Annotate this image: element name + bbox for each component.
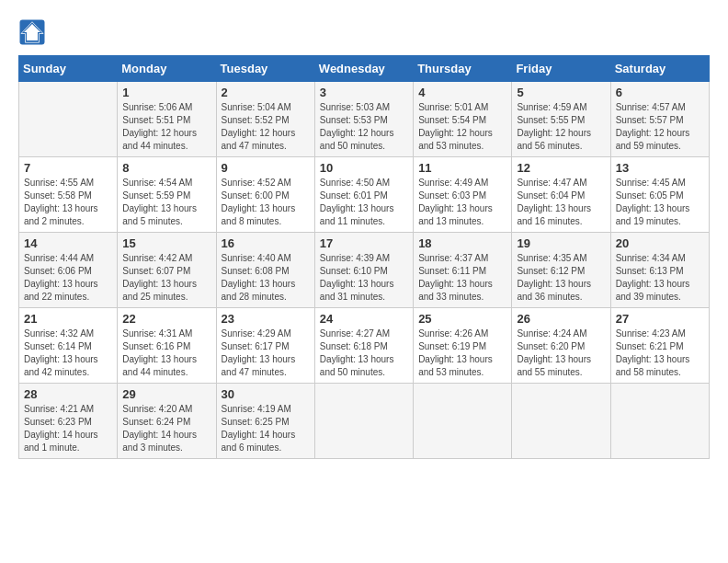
day-info: Sunrise: 4:42 AM Sunset: 6:07 PM Dayligh… bbox=[122, 252, 210, 304]
day-number: 23 bbox=[222, 312, 310, 326]
calendar-day-26: 26Sunrise: 4:24 AM Sunset: 6:20 PM Dayli… bbox=[512, 308, 610, 384]
calendar-body: 1Sunrise: 5:06 AM Sunset: 5:51 PM Daylig… bbox=[19, 82, 710, 459]
weekday-header-monday: Monday bbox=[118, 56, 216, 82]
day-number: 8 bbox=[122, 161, 210, 175]
day-info: Sunrise: 4:23 AM Sunset: 6:21 PM Dayligh… bbox=[616, 327, 704, 379]
day-info: Sunrise: 4:26 AM Sunset: 6:19 PM Dayligh… bbox=[418, 327, 506, 379]
day-number: 30 bbox=[222, 387, 310, 401]
calendar-day-1: 1Sunrise: 5:06 AM Sunset: 5:51 PM Daylig… bbox=[118, 82, 216, 157]
calendar-day-28: 28Sunrise: 4:21 AM Sunset: 6:23 PM Dayli… bbox=[19, 384, 118, 459]
day-info: Sunrise: 4:35 AM Sunset: 6:12 PM Dayligh… bbox=[517, 252, 605, 304]
day-info: Sunrise: 4:21 AM Sunset: 6:23 PM Dayligh… bbox=[24, 403, 112, 454]
weekday-header-tuesday: Tuesday bbox=[216, 56, 314, 82]
calendar-day-5: 5Sunrise: 4:59 AM Sunset: 5:55 PM Daylig… bbox=[512, 82, 610, 157]
day-number: 29 bbox=[122, 387, 210, 401]
day-number: 28 bbox=[24, 387, 112, 401]
day-info: Sunrise: 4:52 AM Sunset: 6:00 PM Dayligh… bbox=[222, 177, 310, 228]
calendar-day-25: 25Sunrise: 4:26 AM Sunset: 6:19 PM Dayli… bbox=[414, 308, 512, 384]
day-info: Sunrise: 5:04 AM Sunset: 5:52 PM Dayligh… bbox=[222, 101, 310, 153]
day-number: 1 bbox=[122, 86, 210, 99]
calendar-day-7: 7Sunrise: 4:55 AM Sunset: 5:58 PM Daylig… bbox=[19, 157, 118, 233]
calendar-header: SundayMondayTuesdayWednesdayThursdayFrid… bbox=[19, 56, 710, 82]
day-info: Sunrise: 4:47 AM Sunset: 6:04 PM Dayligh… bbox=[517, 177, 605, 228]
day-info: Sunrise: 5:03 AM Sunset: 5:53 PM Dayligh… bbox=[320, 101, 408, 153]
logo-icon bbox=[18, 18, 46, 46]
calendar-week-row: 1Sunrise: 5:06 AM Sunset: 5:51 PM Daylig… bbox=[19, 82, 710, 157]
weekday-header-saturday: Saturday bbox=[610, 56, 709, 82]
day-number: 24 bbox=[320, 312, 408, 326]
day-info: Sunrise: 4:50 AM Sunset: 6:01 PM Dayligh… bbox=[320, 177, 408, 228]
calendar-day-12: 12Sunrise: 4:47 AM Sunset: 6:04 PM Dayli… bbox=[512, 157, 610, 233]
calendar-day-17: 17Sunrise: 4:39 AM Sunset: 6:10 PM Dayli… bbox=[314, 233, 413, 308]
calendar-day-10: 10Sunrise: 4:50 AM Sunset: 6:01 PM Dayli… bbox=[314, 157, 413, 233]
page-header bbox=[18, 18, 710, 46]
day-number: 19 bbox=[517, 236, 605, 250]
day-info: Sunrise: 4:57 AM Sunset: 5:57 PM Dayligh… bbox=[616, 101, 704, 153]
weekday-header-thursday: Thursday bbox=[414, 56, 512, 82]
calendar-day-20: 20Sunrise: 4:34 AM Sunset: 6:13 PM Dayli… bbox=[610, 233, 709, 308]
calendar-table: SundayMondayTuesdayWednesdayThursdayFrid… bbox=[18, 55, 710, 459]
day-number: 5 bbox=[517, 86, 605, 99]
calendar-week-row: 14Sunrise: 4:44 AM Sunset: 6:06 PM Dayli… bbox=[19, 233, 710, 308]
day-number: 15 bbox=[122, 236, 210, 250]
calendar-day-4: 4Sunrise: 5:01 AM Sunset: 5:54 PM Daylig… bbox=[414, 82, 512, 157]
day-info: Sunrise: 4:34 AM Sunset: 6:13 PM Dayligh… bbox=[616, 252, 704, 304]
day-info: Sunrise: 4:29 AM Sunset: 6:17 PM Dayligh… bbox=[222, 327, 310, 379]
day-number: 21 bbox=[24, 312, 112, 326]
empty-cell bbox=[19, 82, 118, 157]
calendar-day-27: 27Sunrise: 4:23 AM Sunset: 6:21 PM Dayli… bbox=[610, 308, 709, 384]
day-number: 14 bbox=[24, 236, 112, 250]
calendar-week-row: 7Sunrise: 4:55 AM Sunset: 5:58 PM Daylig… bbox=[19, 157, 710, 233]
calendar-day-11: 11Sunrise: 4:49 AM Sunset: 6:03 PM Dayli… bbox=[414, 157, 512, 233]
empty-cell bbox=[414, 384, 512, 459]
day-number: 26 bbox=[517, 312, 605, 326]
day-number: 22 bbox=[122, 312, 210, 326]
calendar-day-16: 16Sunrise: 4:40 AM Sunset: 6:08 PM Dayli… bbox=[216, 233, 314, 308]
calendar-day-6: 6Sunrise: 4:57 AM Sunset: 5:57 PM Daylig… bbox=[610, 82, 709, 157]
day-info: Sunrise: 5:06 AM Sunset: 5:51 PM Dayligh… bbox=[122, 101, 210, 153]
day-info: Sunrise: 5:01 AM Sunset: 5:54 PM Dayligh… bbox=[418, 101, 506, 153]
calendar-day-23: 23Sunrise: 4:29 AM Sunset: 6:17 PM Dayli… bbox=[216, 308, 314, 384]
day-number: 12 bbox=[517, 161, 605, 175]
calendar-week-row: 28Sunrise: 4:21 AM Sunset: 6:23 PM Dayli… bbox=[19, 384, 710, 459]
calendar-day-2: 2Sunrise: 5:04 AM Sunset: 5:52 PM Daylig… bbox=[216, 82, 314, 157]
empty-cell bbox=[512, 384, 610, 459]
day-number: 4 bbox=[418, 86, 506, 99]
day-info: Sunrise: 4:20 AM Sunset: 6:24 PM Dayligh… bbox=[122, 403, 210, 454]
day-info: Sunrise: 4:24 AM Sunset: 6:20 PM Dayligh… bbox=[517, 327, 605, 379]
calendar-day-19: 19Sunrise: 4:35 AM Sunset: 6:12 PM Dayli… bbox=[512, 233, 610, 308]
day-info: Sunrise: 4:27 AM Sunset: 6:18 PM Dayligh… bbox=[320, 327, 408, 379]
day-info: Sunrise: 4:45 AM Sunset: 6:05 PM Dayligh… bbox=[616, 177, 704, 228]
day-number: 18 bbox=[418, 236, 506, 250]
day-number: 10 bbox=[320, 161, 408, 175]
day-number: 11 bbox=[418, 161, 506, 175]
day-number: 17 bbox=[320, 236, 408, 250]
day-number: 6 bbox=[616, 86, 704, 99]
calendar-day-21: 21Sunrise: 4:32 AM Sunset: 6:14 PM Dayli… bbox=[19, 308, 118, 384]
day-info: Sunrise: 4:55 AM Sunset: 5:58 PM Dayligh… bbox=[24, 177, 112, 228]
calendar-day-3: 3Sunrise: 5:03 AM Sunset: 5:53 PM Daylig… bbox=[314, 82, 413, 157]
calendar-day-14: 14Sunrise: 4:44 AM Sunset: 6:06 PM Dayli… bbox=[19, 233, 118, 308]
day-number: 2 bbox=[222, 86, 310, 99]
day-number: 20 bbox=[616, 236, 704, 250]
day-info: Sunrise: 4:40 AM Sunset: 6:08 PM Dayligh… bbox=[222, 252, 310, 304]
day-info: Sunrise: 4:49 AM Sunset: 6:03 PM Dayligh… bbox=[418, 177, 506, 228]
day-number: 13 bbox=[616, 161, 704, 175]
day-number: 7 bbox=[24, 161, 112, 175]
weekday-header-friday: Friday bbox=[512, 56, 610, 82]
day-number: 27 bbox=[616, 312, 704, 326]
day-info: Sunrise: 4:59 AM Sunset: 5:55 PM Dayligh… bbox=[517, 101, 605, 153]
day-info: Sunrise: 4:39 AM Sunset: 6:10 PM Dayligh… bbox=[320, 252, 408, 304]
calendar-day-13: 13Sunrise: 4:45 AM Sunset: 6:05 PM Dayli… bbox=[610, 157, 709, 233]
day-number: 25 bbox=[418, 312, 506, 326]
calendar-day-18: 18Sunrise: 4:37 AM Sunset: 6:11 PM Dayli… bbox=[414, 233, 512, 308]
calendar-day-8: 8Sunrise: 4:54 AM Sunset: 5:59 PM Daylig… bbox=[118, 157, 216, 233]
day-info: Sunrise: 4:37 AM Sunset: 6:11 PM Dayligh… bbox=[418, 252, 506, 304]
weekday-header-wednesday: Wednesday bbox=[314, 56, 413, 82]
day-number: 9 bbox=[222, 161, 310, 175]
day-number: 16 bbox=[222, 236, 310, 250]
empty-cell bbox=[610, 384, 709, 459]
day-number: 3 bbox=[320, 86, 408, 99]
calendar-day-29: 29Sunrise: 4:20 AM Sunset: 6:24 PM Dayli… bbox=[118, 384, 216, 459]
calendar-day-24: 24Sunrise: 4:27 AM Sunset: 6:18 PM Dayli… bbox=[314, 308, 413, 384]
